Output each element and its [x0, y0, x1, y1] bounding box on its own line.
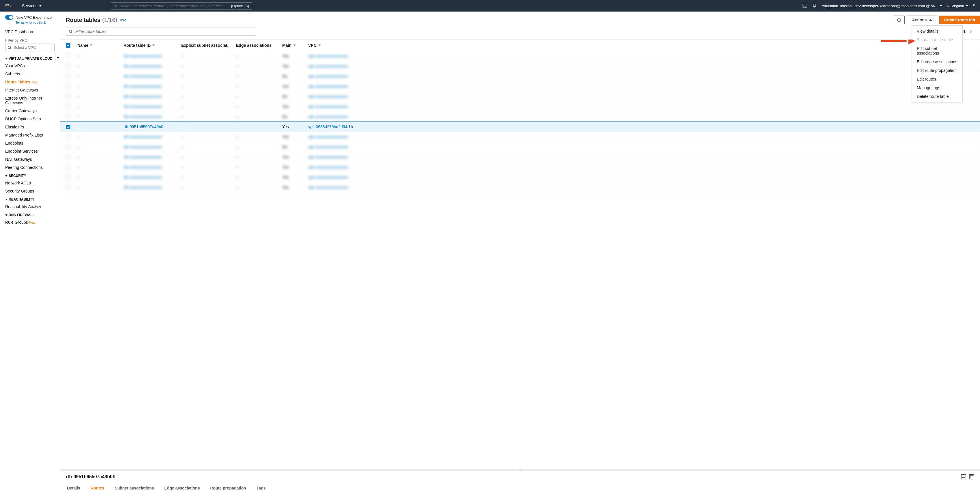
- services-label: Services: [22, 3, 38, 8]
- notifications-icon[interactable]: [812, 3, 817, 8]
- action-manage-tags[interactable]: Manage tags: [912, 83, 963, 92]
- table-row[interactable]: –rtb-xxxxxxxxxxxxxxxx––Yesvpc-xxxxxxxxxx…: [60, 152, 980, 162]
- page-number: 1: [963, 29, 966, 34]
- cell-route-table-id[interactable]: rtb-0951b65507a49b0ff: [124, 124, 181, 129]
- sidebar-item-prefix-lists[interactable]: Managed Prefix Lists: [0, 131, 60, 139]
- sidebar-item-endpoints[interactable]: Endpoints: [0, 139, 60, 147]
- action-edit-routes[interactable]: Edit routes: [912, 75, 963, 83]
- action-view-details[interactable]: View details: [912, 27, 963, 35]
- sidebar-item-nat-gateways[interactable]: NAT Gateways: [0, 155, 60, 163]
- col-edge-assoc[interactable]: Edge associations: [236, 43, 282, 48]
- cloudshell-icon[interactable]: [802, 3, 807, 8]
- action-edit-edge-assoc[interactable]: Edit edge associations: [912, 57, 963, 66]
- tab-details[interactable]: Details: [66, 483, 81, 493]
- sort-icon: [153, 45, 155, 46]
- cell-main: Yes: [282, 124, 308, 129]
- action-delete[interactable]: Delete route table: [912, 92, 963, 101]
- global-search[interactable]: [Option+S]: [111, 2, 252, 10]
- account-menu[interactable]: education_internal_dev-developer/kcarden…: [822, 4, 942, 8]
- sidebar-item-your-vpcs[interactable]: Your VPCs: [0, 62, 60, 70]
- refresh-button[interactable]: [894, 16, 905, 24]
- vpc-filter-input[interactable]: [5, 44, 54, 51]
- sidebar-item-endpoint-services[interactable]: Endpoint Services: [0, 147, 60, 155]
- sidebar-item-egress-gateways[interactable]: Egress Only Internet Gateways: [0, 94, 60, 107]
- table-row[interactable]: –rtb-xxxxxxxxxxxxxxxx––Novpc-xxxxxxxxxxx…: [60, 71, 980, 81]
- table-row-selected[interactable]: – rtb-0951b65507a49b0ff – – Yes vpc-0653…: [60, 122, 980, 132]
- caret-down-icon: [5, 58, 8, 59]
- svg-line-7: [72, 32, 73, 33]
- sidebar-item-security-groups[interactable]: Security Groups: [0, 187, 60, 195]
- table-row[interactable]: –rtb-xxxxxxxxxxxxxxxx––Yesvpc-xxxxxxxxxx…: [60, 102, 980, 112]
- sidebar-section-vpc[interactable]: VIRTUAL PRIVATE CLOUD: [0, 54, 60, 62]
- region-label: N. Virginia: [947, 4, 964, 8]
- col-vpc[interactable]: VPC: [308, 43, 377, 48]
- region-selector[interactable]: N. Virginia: [947, 4, 968, 8]
- table-row[interactable]: –rtb-xxxxxxxxxxxxxxxx––Yesvpc-xxxxxxxxxx…: [60, 61, 980, 71]
- table-row[interactable]: –rtb-xxxxxxxxxxxxxxxx––Yesvpc-xxxxxxxxxx…: [60, 51, 980, 61]
- feedback-link[interactable]: Tell us what you think: [0, 21, 60, 28]
- maximize-panel-button[interactable]: [969, 474, 974, 479]
- table-row[interactable]: –rtb-xxxxxxxxxxxxxxxx––Yesvpc-xxxxxxxxxx…: [60, 162, 980, 172]
- create-route-table-button[interactable]: Create route tab: [939, 16, 980, 24]
- actions-button[interactable]: Actions: [907, 16, 937, 24]
- sidebar-collapse-button[interactable]: ◀: [56, 52, 60, 62]
- global-header: aws Services [Option+S] education_intern…: [0, 0, 980, 11]
- page-title: Route tables (1/16): [66, 17, 117, 23]
- sidebar-item-peering[interactable]: Peering Connections: [0, 163, 60, 172]
- sidebar-section-security[interactable]: SECURITY: [0, 172, 60, 179]
- table-row[interactable]: –rtb-xxxxxxxxxxxxxxxx––Yesvpc-xxxxxxxxxx…: [60, 172, 980, 182]
- sidebar-item-network-acls[interactable]: Network ACLs: [0, 179, 60, 187]
- table-filter-input[interactable]: [66, 27, 256, 36]
- col-explicit-subnet[interactable]: Explicit subnet associat...: [181, 43, 236, 48]
- table-row[interactable]: –rtb-xxxxxxxxxxxxxxxx––Yesvpc-xxxxxxxxxx…: [60, 81, 980, 91]
- info-link[interactable]: Info: [120, 18, 126, 22]
- cell-vpc[interactable]: vpc-0653d279bd2d94f1b: [308, 124, 377, 129]
- tab-subnet-associations[interactable]: Subnet associations: [113, 483, 155, 493]
- refresh-icon: [897, 18, 902, 22]
- tab-route-propagation[interactable]: Route propagation: [209, 483, 247, 493]
- sidebar-section-dns[interactable]: DNS FIREWALL: [0, 211, 60, 218]
- new-badge: New: [29, 221, 35, 224]
- caret-down-icon: [5, 215, 8, 216]
- tab-edge-associations[interactable]: Edge associations: [163, 483, 201, 493]
- table-body: –rtb-xxxxxxxxxxxxxxxx––Yesvpc-xxxxxxxxxx…: [60, 51, 980, 193]
- table-row[interactable]: –rtb-xxxxxxxxxxxxxxxx––Novpc-xxxxxxxxxxx…: [60, 91, 980, 102]
- caret-up-icon: [929, 19, 932, 21]
- sidebar-item-elastic-ips[interactable]: Elastic IPs: [0, 123, 60, 131]
- action-edit-route-propagation[interactable]: Edit route propagation: [912, 66, 963, 75]
- sidebar: New VPC Experience Tell us what you thin…: [0, 11, 60, 497]
- sidebar-item-internet-gateways[interactable]: Internet Gateways: [0, 86, 60, 94]
- col-name[interactable]: Name: [77, 43, 124, 48]
- sidebar-item-carrier-gateways[interactable]: Carrier Gateways: [0, 107, 60, 115]
- sidebar-section-reachability[interactable]: REACHABILITY: [0, 195, 60, 202]
- search-icon: [8, 46, 11, 49]
- tab-tags[interactable]: Tags: [255, 483, 267, 493]
- col-route-table-id[interactable]: Route table ID: [124, 43, 181, 48]
- select-all-checkbox[interactable]: [66, 43, 70, 48]
- row-checkbox[interactable]: [66, 125, 70, 129]
- table-row[interactable]: –rtb-xxxxxxxxxxxxxxxx––Novpc-xxxxxxxxxxx…: [60, 112, 980, 122]
- sidebar-item-rule-groups[interactable]: Rule Groups New: [0, 218, 60, 226]
- global-search-input[interactable]: [119, 4, 231, 8]
- sidebar-item-dhcp[interactable]: DHCP Options Sets: [0, 115, 60, 123]
- new-experience-toggle[interactable]: [5, 15, 13, 20]
- sidebar-item-route-tables[interactable]: Route Tables New: [0, 78, 60, 86]
- support-menu[interactable]: S: [973, 3, 975, 8]
- caret-down-icon: [39, 5, 41, 6]
- sidebar-item-subnets[interactable]: Subnets: [0, 70, 60, 78]
- sidebar-item-reachability-analyzer[interactable]: Reachability Analyzer: [0, 202, 60, 211]
- table-row[interactable]: –rtb-xxxxxxxxxxxxxxxx––Yesvpc-xxxxxxxxxx…: [60, 182, 980, 193]
- table-row[interactable]: –rtb-xxxxxxxxxxxxxxxx––Yesvpc-xxxxxxxxxx…: [60, 132, 980, 142]
- caret-down-icon: [5, 199, 8, 200]
- aws-logo[interactable]: aws: [5, 3, 15, 9]
- minimize-panel-button[interactable]: [961, 474, 966, 479]
- col-main[interactable]: Main: [282, 43, 308, 48]
- tab-routes[interactable]: Routes: [89, 483, 105, 493]
- sidebar-item-dashboard[interactable]: VPC Dashboard: [0, 28, 60, 36]
- table-row[interactable]: –rtb-xxxxxxxxxxxxxxxx––Novpc-xxxxxxxxxxx…: [60, 142, 980, 152]
- services-menu[interactable]: Services: [22, 3, 41, 8]
- caret-down-icon: [940, 5, 942, 6]
- next-page-button[interactable]: [969, 30, 972, 33]
- new-badge: New: [31, 81, 38, 84]
- action-edit-subnet-assoc[interactable]: Edit subnet associations: [912, 44, 963, 57]
